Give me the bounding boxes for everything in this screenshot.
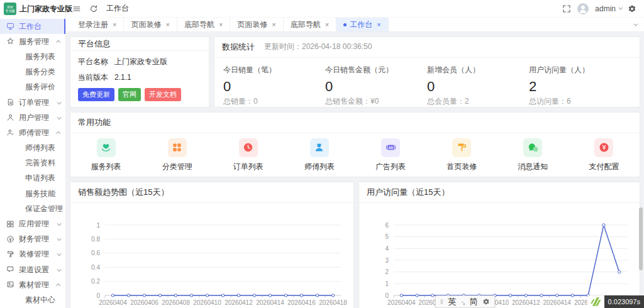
sidebar-menu: 工作台服务管理服务列表服务分类服务评价订单管理用户管理师傅管理师傅列表完善资料申…	[0, 19, 65, 308]
coin-icon	[6, 235, 15, 244]
quick-category-management[interactable]: 分类管理	[142, 138, 213, 172]
sidebar-item-label: 服务分类	[25, 67, 55, 77]
sidebar-item-material-management[interactable]: 素材管理	[0, 277, 65, 292]
category-icon	[168, 138, 187, 157]
tab-close-icon[interactable]: ×	[325, 21, 329, 28]
ad-badge-icon: AD	[381, 138, 400, 157]
sidebar-item-application-list[interactable]: 申请列表	[0, 171, 65, 186]
collapse-menu-icon[interactable]	[72, 4, 81, 13]
sidebar-item-service-management[interactable]: 服务管理	[0, 34, 65, 49]
svg-text:5: 5	[385, 233, 389, 240]
user-visits-chart: 0123456202604042026040620260408202604102…	[359, 204, 640, 308]
ime-charset-toggle[interactable]: 简	[469, 296, 477, 307]
sidebar-item-label: 服务评价	[25, 82, 55, 92]
official-site-button[interactable]: 官网	[118, 88, 141, 101]
platform-info-card: 平台信息 平台名称上门家政专业版 当前版本2.1.1 免费更新官网开发文档	[70, 36, 209, 107]
sidebar-item-material-center[interactable]: 素材中心	[0, 292, 65, 307]
ime-language-toggle[interactable]: 英	[448, 296, 457, 307]
quick-service-list[interactable]: 服务列表	[70, 138, 142, 172]
dev-docs-button[interactable]: 开发文档	[145, 88, 181, 101]
svg-text:20260404: 20260404	[387, 299, 416, 306]
sidebar-item-label: 工作台	[19, 21, 42, 32]
free-update-button[interactable]: 免费更新	[78, 88, 114, 101]
platform-name-value: 上门家政专业版	[114, 57, 167, 66]
tab-close-icon[interactable]: ×	[219, 21, 223, 28]
sidebar-item-label: 服务技能	[25, 189, 55, 199]
sidebar-item-deposit-management[interactable]: 保证金管理	[0, 201, 65, 216]
svg-text:20260414: 20260414	[256, 299, 284, 306]
sales-trend-chart: 00.20.40.60.8120260404202604062026040820…	[70, 204, 353, 308]
quick-label: 消息通知	[518, 162, 548, 172]
sidebar-item-service-list[interactable]: 服务列表	[0, 49, 65, 64]
sidebar-item-service-skills[interactable]: 服务技能	[0, 186, 65, 201]
chevron-down-icon	[633, 21, 638, 26]
tab-login-register[interactable]: 登录注册×	[71, 18, 124, 31]
svg-text:0: 0	[96, 292, 100, 299]
quick-label: 分类管理	[162, 162, 192, 172]
quick-message-notify[interactable]: 消息通知	[497, 138, 569, 172]
tab-bottom-nav-1[interactable]: 底部导航×	[177, 18, 230, 31]
user-menu[interactable]: admin	[595, 4, 621, 13]
tab-close-icon[interactable]: ×	[272, 21, 275, 28]
pay-yen-icon	[594, 138, 613, 157]
tab-bar: 登录注册×页面装修×底部导航×页面装修×底部导航×工作台×	[66, 18, 644, 32]
sidebar-item-app-management[interactable]: 应用管理	[0, 216, 65, 231]
tab-page-decorate-2[interactable]: 页面装修×	[230, 18, 283, 31]
page-trace-badge[interactable]: 0.023097s	[587, 295, 644, 308]
svg-text:20260412: 20260412	[512, 299, 540, 306]
sidebar-item-user-management[interactable]: 用户管理	[0, 110, 65, 125]
sidebar-item-service-review[interactable]: 服务评价	[0, 80, 65, 95]
sidebar-item-label: 服务管理	[19, 36, 49, 47]
sidebar-item-label: 装修管理	[19, 249, 49, 260]
chevron-down-icon	[57, 252, 62, 256]
sidebar-item-complete-profile[interactable]: 完善资料	[0, 156, 65, 171]
sales-trend-title: 销售额趋势图（近15天）	[70, 182, 353, 203]
chat-icon	[6, 265, 15, 274]
fullscreen-icon[interactable]	[562, 4, 571, 13]
avatar[interactable]	[577, 3, 589, 14]
tab-close-icon[interactable]: ×	[377, 21, 380, 28]
sidebar-item-channel-settings[interactable]: 渠道设置	[0, 262, 65, 277]
user-badge-icon	[6, 128, 15, 137]
refresh-icon[interactable]	[89, 4, 98, 13]
tab-workbench[interactable]: 工作台×	[336, 18, 388, 31]
brush-icon	[6, 250, 15, 259]
tab-close-icon[interactable]: ×	[113, 21, 116, 28]
sidebar-item-finance-management[interactable]: 财务管理	[0, 232, 65, 247]
quick-ad-list[interactable]: AD广告列表	[355, 138, 426, 172]
chevron-down-icon	[57, 236, 62, 241]
ime-settings-icon[interactable]	[482, 298, 490, 305]
quick-home-decorate[interactable]: 首页装修	[426, 138, 497, 172]
sidebar-item-decoration-management[interactable]: 装修管理	[0, 247, 65, 262]
stats-updated-time: 2026-04-18 00:36:50	[302, 42, 372, 51]
user-visits-card: 用户访问量（近15天） 0123456202604042026040620260…	[358, 182, 640, 308]
quick-order-list[interactable]: 订单列表	[213, 138, 284, 172]
doc-icon	[6, 98, 15, 107]
quick-label: 首页装修	[447, 162, 477, 172]
sidebar-item-worker-list[interactable]: 师傅列表	[0, 141, 65, 156]
sidebar-item-workbench[interactable]: 工作台	[0, 19, 65, 34]
settings-gear-icon[interactable]	[628, 4, 636, 13]
quick-pay-config[interactable]: 支付配置	[569, 138, 640, 172]
sidebar-item-worker-management[interactable]: 师傅管理	[0, 125, 65, 140]
app-title: 上门家政专业版	[19, 4, 72, 14]
sidebar-item-order-management[interactable]: 订单管理	[0, 95, 65, 110]
worker-icon	[310, 138, 329, 157]
scrollbar-thumb[interactable]	[639, 207, 643, 270]
tab-bottom-nav-2[interactable]: 底部导航×	[284, 18, 336, 31]
quick-worker-list[interactable]: 师傅列表	[284, 138, 355, 172]
tab-page-decorate-1[interactable]: 页面装修×	[124, 18, 177, 31]
tab-list-dropdown[interactable]	[625, 18, 644, 31]
data-stats-card: 数据统计 更新时间：2026-04-18 00:36:50 今日销量（笔）0总销…	[214, 36, 640, 107]
monitor-icon	[6, 22, 15, 31]
svg-text:20260414: 20260414	[543, 299, 571, 306]
app-logo-icon: 家政 专业版	[4, 3, 16, 15]
quick-label: 师傅列表	[304, 162, 335, 172]
sidebar-item-service-category[interactable]: 服务分类	[0, 65, 65, 80]
data-stats-title: 数据统计	[222, 41, 255, 53]
stat-subtext: 总销售金额：¥0	[325, 96, 427, 107]
sidebar-item-label: 财务管理	[19, 234, 49, 245]
ime-punctuation-toggle[interactable]: ·,	[462, 298, 465, 305]
tab-close-icon[interactable]: ×	[165, 21, 169, 28]
ime-drag-handle[interactable]: ‖	[440, 298, 443, 305]
